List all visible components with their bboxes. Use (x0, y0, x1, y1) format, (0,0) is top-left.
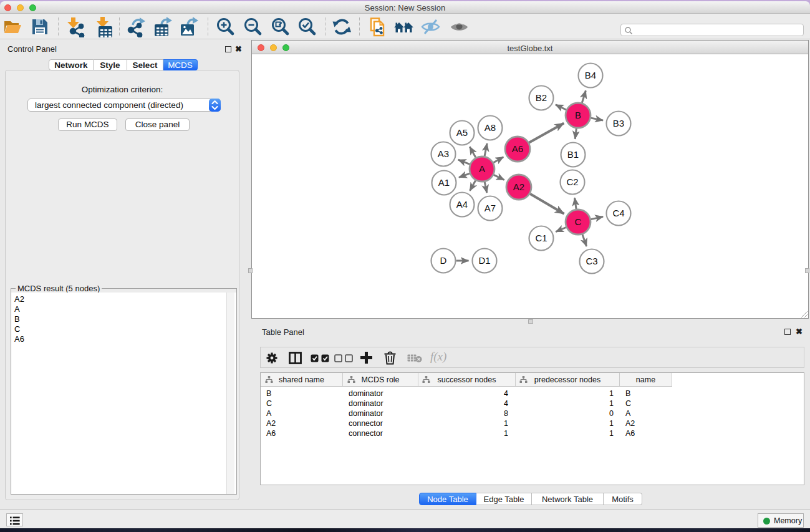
svg-text:A1: A1 (438, 177, 450, 188)
svg-text:D1: D1 (478, 255, 490, 266)
svg-text:A2: A2 (513, 181, 524, 192)
svg-text:B2: B2 (536, 92, 547, 103)
svg-text:B4: B4 (585, 70, 596, 80)
svg-text:C: C (575, 216, 582, 227)
svg-text:C4: C4 (612, 208, 624, 218)
svg-text:A7: A7 (485, 203, 496, 213)
svg-text:B: B (575, 110, 581, 120)
svg-text:D: D (440, 255, 447, 266)
svg-text:A5: A5 (456, 127, 468, 138)
svg-text:B1: B1 (567, 149, 579, 160)
svg-text:A8: A8 (485, 122, 496, 133)
svg-text:A3: A3 (438, 148, 449, 159)
svg-text:C2: C2 (566, 177, 578, 187)
svg-text:C1: C1 (535, 233, 547, 243)
svg-text:A: A (479, 163, 485, 174)
svg-text:B3: B3 (613, 118, 624, 128)
svg-text:C3: C3 (586, 256, 597, 266)
svg-text:A6: A6 (512, 143, 523, 154)
svg-text:A4: A4 (456, 199, 468, 210)
